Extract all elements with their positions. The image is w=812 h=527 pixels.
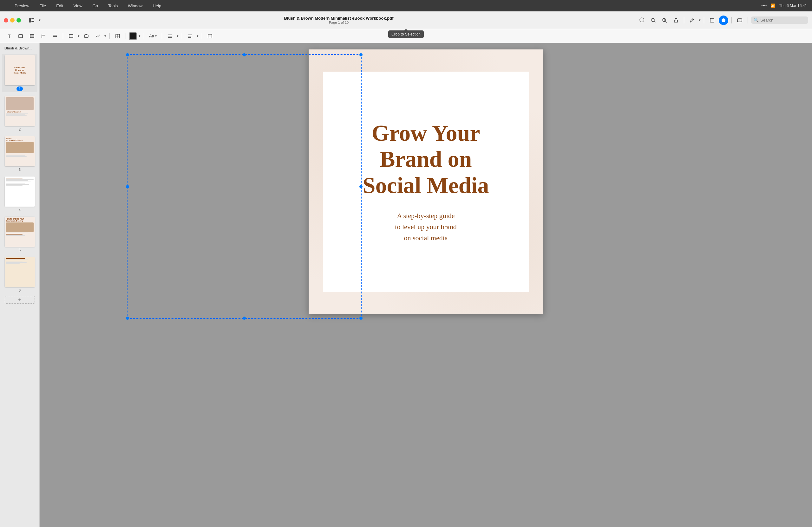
page-num-6: 6	[19, 288, 20, 292]
share-icon	[673, 18, 679, 23]
page-thumbnail-3[interactable]: What isSocial Media Branding 3	[2, 135, 38, 173]
crop-tool-button[interactable]	[205, 31, 215, 41]
zoom-in-icon	[662, 18, 667, 23]
zoom-out-icon	[651, 18, 656, 23]
spacing-button[interactable]	[185, 31, 195, 41]
underline-icon	[52, 34, 57, 39]
font-chevron-icon: ▾	[155, 34, 157, 38]
separator3	[731, 17, 732, 24]
menu-go[interactable]: Go	[91, 3, 100, 9]
menubar-right: ▪▪▪▪ 📶 Thu 6 Mar 16:41	[761, 3, 807, 8]
menu-preview[interactable]: Preview	[13, 3, 31, 9]
handle-top-left[interactable]	[126, 53, 129, 56]
main-toolbar: ▾ Blush & Brown Modern Minimalist eBook …	[0, 11, 812, 29]
separator2	[704, 17, 704, 24]
handle-bottom-right[interactable]	[359, 317, 363, 320]
handle-bottom-left[interactable]	[126, 317, 129, 320]
info-button[interactable]: ⓘ	[637, 16, 647, 25]
sign-tool-button[interactable]	[93, 31, 102, 41]
thumb-cover-content-1: Grow YourBrand onSocial Media	[5, 55, 35, 85]
menu-tools[interactable]: Tools	[106, 3, 119, 9]
close-button[interactable]	[4, 18, 8, 22]
thumb-img-5: HOW TO CREATE YOURSocial Media Branding	[5, 217, 35, 247]
highlight-active-button[interactable]	[719, 16, 728, 25]
page-thumbnail-1[interactable]: Grow YourBrand onSocial Media 1	[2, 54, 38, 92]
shape-chevron-icon[interactable]: ▾	[78, 34, 79, 38]
document-subtitle: A step-by-step guide to level up your br…	[395, 210, 456, 244]
color-chevron-icon[interactable]: ▾	[139, 34, 141, 38]
add-page-button[interactable]: +	[5, 296, 35, 304]
svg-rect-17	[19, 34, 23, 38]
page-badge-1: 1	[16, 87, 23, 91]
search-input[interactable]	[760, 18, 805, 22]
page-thumbnail-6[interactable]: 6	[2, 256, 38, 293]
svg-rect-36	[208, 34, 212, 38]
fullscreen-button[interactable]	[16, 18, 21, 22]
thumb-content-2: Hello and Welcome!	[5, 96, 35, 126]
wifi-icon: 📶	[770, 3, 775, 8]
share-button[interactable]	[671, 16, 681, 25]
handle-bottom-center[interactable]	[243, 317, 246, 320]
adjust-button[interactable]	[113, 31, 122, 41]
document-title-area: Blush & Brown Modern Minimalist eBook Wo…	[43, 16, 634, 25]
page-thumbnail-5[interactable]: HOW TO CREATE YOURSocial Media Branding …	[2, 215, 38, 253]
sign-icon	[95, 34, 100, 39]
ann-separator3	[126, 33, 126, 39]
menu-view[interactable]: View	[72, 3, 84, 9]
color-picker-button[interactable]	[129, 32, 137, 40]
info-icon: ⓘ	[639, 17, 644, 23]
underline-tool-button[interactable]	[50, 31, 60, 41]
pen-chevron-icon[interactable]: ▾	[699, 18, 701, 22]
sidebar-doc-label: Blush & Brown...	[2, 46, 38, 51]
shape-button[interactable]	[66, 31, 76, 41]
textbox-button[interactable]	[82, 31, 91, 41]
page-content-card: Grow YourBrand onSocial Media A step-by-…	[323, 72, 529, 292]
fill-tool-button[interactable]	[27, 31, 37, 41]
page-thumbnail-4[interactable]: 4	[2, 175, 38, 213]
handle-middle-left[interactable]	[126, 185, 129, 188]
svg-rect-23	[69, 34, 73, 38]
menu-file[interactable]: File	[38, 3, 48, 9]
page-thumbnail-2[interactable]: Hello and Welcome! 2	[2, 95, 38, 133]
rect-icon	[18, 34, 23, 39]
menu-edit[interactable]: Edit	[54, 3, 65, 9]
datetime-display: Thu 6 Mar 16:41	[779, 3, 807, 8]
menu-help[interactable]: Help	[151, 3, 163, 9]
document-page-info: Page 1 of 10	[329, 20, 349, 25]
highlight-icon	[721, 18, 726, 23]
document-title: Blush & Brown Modern Minimalist eBook Wo…	[284, 16, 394, 20]
zoom-in-button[interactable]	[660, 16, 669, 25]
separator	[684, 17, 684, 24]
text-tool-button[interactable]: T	[4, 31, 14, 41]
align-chevron-icon[interactable]: ▾	[177, 34, 178, 38]
ann-separator4	[144, 33, 144, 39]
chevron-down-icon[interactable]: ▾	[39, 18, 41, 22]
separator4	[748, 17, 748, 24]
minimize-button[interactable]	[10, 18, 15, 22]
zoom-out-button[interactable]	[648, 16, 658, 25]
align-button[interactable]	[165, 31, 175, 41]
align-icon	[168, 34, 173, 39]
page-view-icon	[710, 18, 715, 23]
spacing-chevron-icon[interactable]: ▾	[197, 34, 199, 38]
menu-window[interactable]: Window	[126, 3, 144, 9]
page-view-button[interactable]	[707, 16, 717, 25]
sidebar-toggle-button[interactable]	[27, 16, 36, 25]
edit-button[interactable]	[735, 16, 744, 25]
handle-top-center[interactable]	[243, 53, 246, 56]
document-view-area[interactable]: Grow YourBrand onSocial Media A step-by-…	[40, 43, 812, 527]
rect-tool-button[interactable]	[16, 31, 25, 41]
markup-pen-button[interactable]	[687, 16, 697, 25]
strikethrough-button[interactable]	[39, 31, 48, 41]
crop-icon	[207, 34, 213, 39]
svg-rect-1	[31, 18, 34, 19]
strikethrough-icon	[41, 34, 46, 39]
thumb-img-2: Hello and Welcome!	[5, 96, 35, 126]
adjust-icon	[115, 34, 120, 39]
thumb-img-1: Grow YourBrand onSocial Media	[5, 55, 35, 85]
thumb-content-4	[5, 177, 35, 207]
search-box[interactable]: 🔍	[751, 16, 808, 24]
sign-chevron-icon[interactable]: ▾	[104, 34, 106, 38]
page-thumbnail-sidebar: Blush & Brown... Grow YourBrand onSocial…	[0, 43, 40, 527]
font-size-button[interactable]: Aa ▾	[147, 33, 159, 39]
